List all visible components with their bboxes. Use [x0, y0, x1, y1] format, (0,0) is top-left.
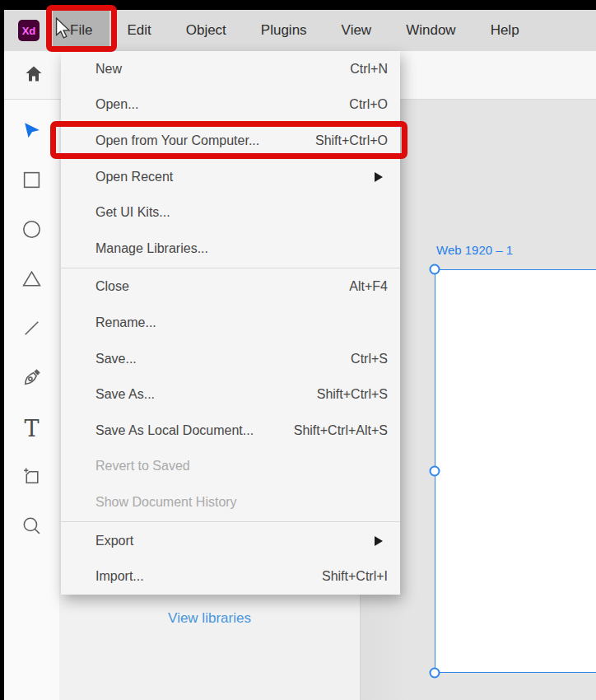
tools-sidebar: T: [4, 100, 59, 700]
menu-item-label: Rename...: [95, 315, 156, 330]
menu-item-open[interactable]: Open...Ctrl+O: [61, 87, 400, 124]
menu-item-show-document-history: Show Document History: [61, 484, 400, 520]
rectangle-tool-icon: [21, 170, 42, 194]
home-button[interactable]: [16, 63, 52, 88]
menu-item-manage-libraries[interactable]: Manage Libraries...: [61, 231, 400, 267]
menu-item-rename[interactable]: Rename...: [61, 305, 400, 341]
menu-item-shortcut: Shift+Ctrl+I: [322, 569, 388, 584]
menu-item-import[interactable]: Import...Shift+Ctrl+I: [61, 558, 400, 595]
menu-item-shortcut: Shift+Ctrl+O: [315, 133, 388, 148]
menu-item-export[interactable]: Export: [61, 523, 400, 559]
ellipse-tool-icon: [21, 219, 42, 243]
menubar-item-window[interactable]: Window: [389, 10, 473, 51]
menu-item-shortcut: Ctrl+O: [349, 97, 388, 112]
artboard-tool-button[interactable]: [4, 453, 59, 502]
text-tool-icon: T: [24, 418, 39, 440]
menu-item-label: Manage Libraries...: [95, 241, 208, 256]
menu-item-label: Show Document History: [95, 495, 237, 510]
menubar-item-plugins[interactable]: Plugins: [244, 10, 324, 51]
menu-item-revert-to-saved: Revert to Saved: [61, 449, 400, 485]
menu-item-label: Close: [95, 279, 129, 294]
menu-item-label: Export: [95, 534, 133, 548]
menubar-item-file[interactable]: File: [53, 10, 109, 51]
artboard-tool-icon: [21, 466, 42, 490]
polygon-tool-icon: [21, 268, 42, 292]
menubar-item-help[interactable]: Help: [473, 10, 537, 51]
artboard[interactable]: [435, 269, 596, 673]
view-libraries-link[interactable]: View libraries: [59, 610, 360, 627]
menubar-item-object[interactable]: Object: [169, 10, 244, 51]
menu-item-label: Open...: [95, 97, 138, 112]
menu-item-save-as[interactable]: Save As...Shift+Ctrl+S: [61, 376, 400, 413]
artboard-handle-mid-left[interactable]: [430, 466, 440, 477]
menubar-item-view[interactable]: View: [324, 10, 389, 51]
menu-item-label: Revert to Saved: [95, 459, 190, 474]
zoom-tool-button[interactable]: [4, 502, 59, 552]
artboard-handle-top-left[interactable]: [430, 264, 440, 275]
menu-item-new[interactable]: NewCtrl+N: [61, 51, 400, 87]
menu-item-label: Save As Local Document...: [95, 423, 254, 438]
menu-item-open-from-your-computer[interactable]: Open from Your Computer...Shift+Ctrl+O: [61, 123, 400, 159]
menu-item-label: Import...: [95, 569, 144, 584]
menu-item-shortcut: Shift+Ctrl+S: [317, 387, 388, 402]
menu-item-shortcut: Ctrl+N: [350, 62, 388, 77]
menu-item-label: Get UI Kits...: [95, 205, 170, 220]
zoom-tool-icon: [21, 516, 42, 539]
artboard-title[interactable]: Web 1920 – 1: [436, 243, 513, 257]
home-icon: [23, 64, 44, 87]
menu-item-label: Save...: [95, 352, 137, 366]
ellipse-tool-button[interactable]: [4, 206, 59, 255]
menu-separator: [61, 521, 400, 522]
menu-item-shortcut: Ctrl+S: [351, 352, 388, 366]
menubar-item-edit[interactable]: Edit: [109, 10, 168, 51]
submenu-arrow-icon: [375, 172, 383, 182]
menu-item-shortcut: Alt+F4: [349, 279, 388, 294]
text-tool-button[interactable]: T: [4, 404, 59, 453]
select-tool-icon: [21, 120, 42, 144]
menu-item-label: Open Recent: [95, 170, 173, 184]
menu-item-close[interactable]: CloseAlt+F4: [61, 269, 400, 306]
menu-item-open-recent[interactable]: Open Recent: [61, 159, 400, 195]
rectangle-tool-button[interactable]: [4, 156, 59, 206]
menu-separator: [61, 268, 400, 268]
polygon-tool-button[interactable]: [4, 255, 59, 305]
menu-item-label: Save As...: [95, 387, 155, 402]
menu-item-label: New: [95, 62, 122, 77]
menu-item-shortcut: Shift+Ctrl+Alt+S: [294, 423, 388, 438]
submenu-arrow-icon: [375, 536, 383, 546]
pen-tool-icon: [21, 367, 42, 391]
line-tool-icon: [21, 318, 42, 342]
menu-item-save[interactable]: Save...Ctrl+S: [61, 341, 400, 377]
line-tool-button[interactable]: [4, 305, 59, 354]
menu-item-save-as-local-document[interactable]: Save As Local Document...Shift+Ctrl+Alt+…: [61, 413, 400, 449]
menu-item-get-ui-kits[interactable]: Get UI Kits...: [61, 194, 400, 231]
file-menu-dropdown: NewCtrl+NOpen...Ctrl+OOpen from Your Com…: [61, 51, 400, 595]
menubar: Xd FileEditObjectPluginsViewWindowHelp: [4, 10, 596, 51]
pen-tool-button[interactable]: [4, 354, 59, 404]
menu-item-label: Open from Your Computer...: [95, 133, 259, 148]
select-tool-button[interactable]: [4, 107, 59, 156]
adobe-xd-logo-icon: Xd: [18, 20, 40, 41]
artboard-handle-bottom-left[interactable]: [430, 668, 440, 679]
